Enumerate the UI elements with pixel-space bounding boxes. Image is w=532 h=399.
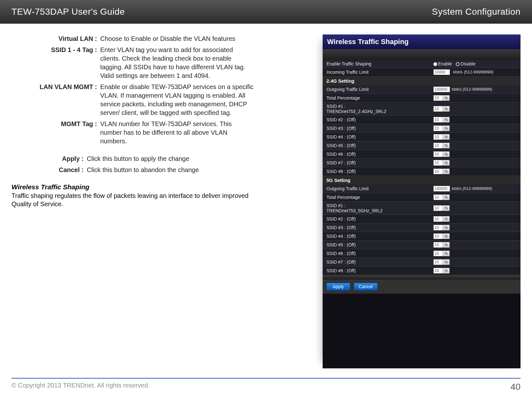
action-definitions: Apply :Click this button to apply the ch… (11, 154, 254, 174)
panel-title: Wireless Traffic Shaping (323, 34, 521, 49)
ssid-label: SSID #5 : (Off) (323, 141, 430, 150)
definition-row: Apply :Click this button to apply the ch… (11, 154, 254, 163)
band-header: 2.4G Setting (323, 77, 521, 85)
cancel-button[interactable]: Cancel (354, 283, 378, 290)
ssid-input[interactable] (433, 160, 443, 166)
percent-unit: % (443, 233, 450, 239)
panel-table-top: Enable Traffic Shaping Enable Disable In… (323, 60, 521, 77)
ssid-label: SSID #4 : (Off) (323, 232, 430, 241)
ssid-input[interactable] (433, 242, 443, 248)
left-column: Virtual LAN :Choose to Enable or Disable… (11, 34, 267, 368)
ssid-row: SSID #6 : (Off)% (323, 150, 521, 159)
outgoing-row: Outgoing Traffic Limitkbit/s (512-999999… (323, 85, 521, 94)
content-area: Virtual LAN :Choose to Enable or Disable… (0, 24, 532, 368)
outgoing-label: Outgoing Traffic Limit (323, 184, 430, 193)
ssid-label: SSID #6 : (Off) (323, 150, 430, 159)
ssid-row: SSID #3 : (Off)% (323, 124, 521, 133)
ssid-label: SSID #3 : (Off) (323, 223, 430, 232)
ssid-input[interactable] (433, 268, 443, 274)
band-table: Outgoing Traffic Limitkbit/s (512-999999… (323, 184, 521, 275)
band-header: 5G Setting (323, 176, 521, 184)
ssid-input[interactable] (433, 134, 443, 140)
ssid-input[interactable] (433, 151, 443, 157)
subsection-heading: Wireless Traffic Shaping (11, 183, 254, 191)
percent-unit: % (443, 125, 450, 131)
percent-unit: % (443, 134, 450, 140)
ssid-label: SSID #7 : (Off) (323, 258, 430, 267)
ssid-label: SSID #7 : (Off) (323, 159, 430, 167)
ssid-input[interactable] (433, 251, 443, 256)
radio-enable-icon[interactable] (433, 62, 437, 66)
outgoing-row: Outgoing Traffic Limitkbit/s (512-999999… (323, 184, 521, 193)
percent-unit: % (443, 117, 450, 123)
enable-label: Enable Traffic Shaping (323, 60, 430, 68)
ssid-label: SSID #5 : (Off) (323, 241, 430, 249)
definition-label: MGMT Tag : (11, 120, 100, 146)
percent-unit: % (443, 242, 450, 248)
definition-list: Virtual LAN :Choose to Enable or Disable… (11, 34, 254, 146)
ssid-row: SSID #5 : (Off)% (323, 141, 521, 150)
total-row: Total Percentage% (323, 193, 521, 202)
definition-text: Enable or disable TEW-753DAP services on… (100, 83, 254, 117)
percent-unit: % (443, 216, 450, 222)
percent-unit: % (443, 268, 450, 274)
definition-text: Click this button to apply the change (87, 154, 254, 163)
ssid-input[interactable] (433, 169, 443, 174)
definition-label: SSID 1 - 4 Tag : (11, 46, 100, 80)
total-input[interactable] (433, 95, 443, 101)
outgoing-input[interactable] (433, 87, 450, 92)
apply-button[interactable]: Apply (326, 283, 350, 290)
percent-unit: % (443, 169, 450, 174)
ssid-label: SSID #1 :TRENDnet753_5GHz_5RL2 (323, 202, 430, 215)
definition-label: Virtual LAN : (11, 34, 100, 43)
ssid-input[interactable] (433, 216, 443, 222)
outgoing-unit: kbit/s (512-99999999) (452, 186, 492, 191)
outgoing-label: Outgoing Traffic Limit (323, 85, 430, 94)
panel-button-row: Apply Cancel (323, 280, 521, 294)
definition-label: LAN VLAN MGMT : (11, 83, 100, 117)
definition-text: Click this button to abandon the change (87, 166, 254, 174)
ssid-row: SSID #2 : (Off)% (323, 116, 521, 124)
ssid-label: SSID #2 : (Off) (323, 215, 430, 223)
ssid-input[interactable] (433, 225, 443, 230)
config-panel: Wireless Traffic Shaping Enable Traffic … (323, 34, 521, 368)
percent-unit: % (443, 225, 450, 230)
ssid-input[interactable] (433, 117, 443, 123)
ssid-input[interactable] (433, 259, 443, 265)
ssid-row: SSID #4 : (Off)% (323, 133, 521, 141)
header-right: System Configuration (432, 7, 521, 17)
footer-copyright: © Copyright 2013 TRENDnet. All rights re… (11, 382, 150, 392)
ssid-row: SSID #2 : (Off)% (323, 215, 521, 223)
percent-unit: % (443, 106, 450, 112)
outgoing-unit: kbit/s (512-99999999) (452, 87, 492, 92)
percent-unit: % (443, 151, 450, 157)
panel-toolbar-gap (323, 49, 521, 60)
ssid-input[interactable] (433, 233, 443, 239)
ssid-row: SSID #8 : (Off)% (323, 267, 521, 275)
definition-row: SSID 1 - 4 Tag :Enter VLAN tag you want … (11, 46, 254, 80)
ssid-input[interactable] (433, 125, 443, 131)
subsection-body: Traffic shaping regulates the flow of pa… (11, 192, 254, 208)
definition-row: MGMT Tag :VLAN number for TEW-753DAP ser… (11, 120, 254, 146)
outgoing-input[interactable] (433, 186, 450, 192)
radio-disable-icon[interactable] (456, 62, 460, 66)
page-header: TEW-753DAP User's Guide System Configura… (0, 0, 532, 24)
enable-controls: Enable Disable (430, 60, 521, 68)
ssid-input[interactable] (433, 106, 443, 112)
band-table: Outgoing Traffic Limitkbit/s (512-999999… (323, 85, 521, 176)
ssid-row: SSID #8 : (Off)% (323, 167, 521, 176)
ssid-label: SSID #8 : (Off) (323, 167, 430, 176)
percent-unit: % (443, 160, 450, 166)
total-input[interactable] (433, 194, 443, 200)
ssid-input[interactable] (433, 205, 443, 211)
ssid-input[interactable] (433, 143, 443, 148)
ssid-row: SSID #4 : (Off)% (323, 232, 521, 241)
ssid-label: SSID #4 : (Off) (323, 133, 430, 141)
incoming-input[interactable] (433, 69, 450, 75)
percent-unit: % (443, 205, 450, 211)
definition-row: Cancel :Click this button to abandon the… (11, 166, 254, 174)
ssid-label: SSID #2 : (Off) (323, 116, 430, 124)
panel-pre-button-gap (323, 275, 521, 280)
radio-enable-label: Enable (438, 61, 452, 66)
total-row: Total Percentage% (323, 94, 521, 102)
